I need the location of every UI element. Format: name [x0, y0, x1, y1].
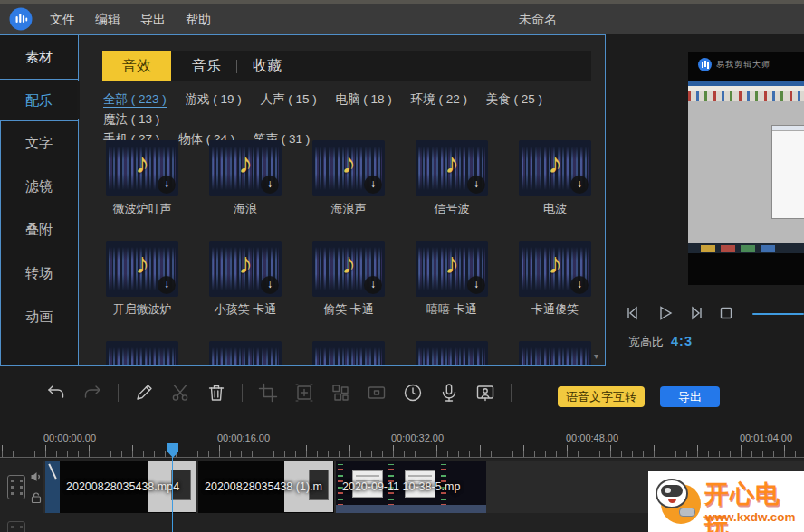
sidebar-item-filters[interactable]: 滤镜: [0, 165, 78, 208]
panel-border-line: [0, 120, 1, 366]
video-preview[interactable]: 易我剪辑大师: [688, 52, 804, 285]
delete-trash-icon[interactable]: [206, 382, 227, 404]
aspect-ratio-value[interactable]: 4:3: [671, 334, 693, 348]
menu-file[interactable]: 文件: [40, 4, 85, 34]
sound-name: 嘻嘻 卡通: [416, 301, 488, 318]
sound-grid: ♪↓ 微波炉叮声 ♪↓ 海浪 ♪↓ 海浪声 ♪↓ 信号波 ♪↓ 电波 ♪↓ 开启…: [106, 140, 591, 366]
sound-tile-partial[interactable]: [312, 341, 385, 366]
sound-tile-partial[interactable]: [209, 341, 282, 366]
tab-favorites[interactable]: 收藏: [237, 51, 297, 81]
toolbar-separator: [118, 384, 119, 402]
video-editor-window: 文件 编辑 导出 帮助 未命名 素材 配乐 文字 滤镜 叠附 转场 动画 音效 …: [0, 0, 804, 532]
tab-music[interactable]: 音乐: [177, 51, 236, 81]
mosaic-icon[interactable]: [330, 382, 351, 404]
stop-button[interactable]: [717, 304, 735, 322]
step-back-button[interactable]: [625, 304, 643, 322]
sound-tile[interactable]: ♪↓ 嘻嘻 卡通: [416, 241, 488, 318]
redo-icon[interactable]: [81, 382, 103, 404]
sidebar-item-text[interactable]: 文字: [0, 121, 78, 165]
sound-tile[interactable]: ♪↓ 卡通傻笑: [519, 241, 591, 318]
sound-tile[interactable]: ♪↓ 小孩笑 卡通: [209, 241, 282, 318]
sound-tile[interactable]: ♪↓ 微波炉叮声: [106, 140, 178, 217]
category-computer[interactable]: 电脑 ( 18 ): [336, 92, 392, 106]
clip-filename: 20200828035438 (1).m: [205, 480, 322, 493]
category-game[interactable]: 游戏 ( 19 ): [186, 92, 242, 106]
duration-clock-icon[interactable]: [402, 382, 424, 404]
sound-tile[interactable]: ♪↓ 信号波: [416, 140, 488, 217]
step-forward-button[interactable]: [686, 304, 704, 322]
sound-tile[interactable]: ♪↓ 开启微波炉: [106, 241, 178, 318]
split-scissors-icon[interactable]: [169, 382, 191, 404]
crop-icon[interactable]: [257, 382, 279, 404]
aspect-ratio-label: 宽高比: [628, 335, 664, 348]
clip-trim-handle[interactable]: [45, 461, 60, 513]
sidebar-item-media[interactable]: 素材: [0, 34, 78, 80]
site-watermark: 开心电玩 www.kxdw.com: [648, 471, 804, 532]
voiceover-mic-icon[interactable]: [438, 382, 460, 404]
waveform-art: [522, 347, 589, 366]
download-icon[interactable]: ↓: [364, 176, 382, 194]
panel-border-line: [0, 79, 79, 80]
download-icon[interactable]: ↓: [570, 176, 589, 194]
sound-tile[interactable]: ♪↓ 海浪: [209, 140, 282, 217]
menu-edit[interactable]: 编辑: [85, 4, 130, 34]
download-icon[interactable]: ↓: [261, 176, 279, 194]
category-magic[interactable]: 魔法 ( 13 ): [103, 112, 159, 126]
timeline-ruler[interactable]: 00:00:00.00 00:00:16.00 00:00:32.00 00:0…: [0, 420, 804, 458]
sidebar-item-transitions[interactable]: 转场: [0, 252, 78, 295]
timeline-clip[interactable]: 2020-09-11 10-38-5.mp: [336, 461, 486, 513]
mute-track-icon[interactable]: [30, 470, 43, 483]
clip-footer: [336, 505, 486, 513]
sound-tile[interactable]: ♪↓ 偷笑 卡通: [312, 241, 385, 318]
video-track-icon: [7, 475, 25, 499]
sound-tile-partial[interactable]: [106, 341, 178, 366]
menu-export[interactable]: 导出: [130, 4, 176, 34]
waveform-art: [109, 347, 176, 366]
sound-name: 海浪: [209, 201, 282, 217]
sound-name: 开启微波炉: [106, 301, 178, 318]
category-voice[interactable]: 人声 ( 15 ): [261, 92, 317, 106]
export-button[interactable]: 导出: [660, 386, 720, 407]
site-url: www.kxdw.com: [705, 510, 796, 524]
play-button[interactable]: [656, 304, 674, 322]
download-icon[interactable]: ↓: [570, 276, 589, 294]
download-icon[interactable]: ↓: [467, 276, 485, 294]
tab-sound-effects[interactable]: 音效: [102, 51, 171, 81]
sidebar: 素材 配乐 文字 滤镜 叠附 转场 动画: [0, 34, 78, 366]
timeline-clip[interactable]: 20200828035438 (1).m: [198, 461, 334, 513]
lock-track-icon[interactable]: [30, 491, 43, 504]
undo-icon[interactable]: [45, 382, 67, 404]
scroll-down-icon[interactable]: ▾: [594, 351, 598, 361]
site-name: 开心电玩: [704, 478, 804, 532]
category-food[interactable]: 美食 ( 25 ): [486, 92, 542, 106]
download-icon[interactable]: ↓: [261, 276, 279, 294]
ruler-timestamp: 00:01:04.00: [740, 432, 792, 443]
sound-tile-partial[interactable]: [416, 341, 488, 366]
category-environment[interactable]: 环境 ( 22 ): [411, 92, 467, 106]
zoom-frame-icon[interactable]: [293, 382, 315, 404]
sidebar-item-overlays[interactable]: 叠附: [0, 208, 78, 252]
sound-tile-partial[interactable]: [519, 341, 591, 366]
preview-progress-slider[interactable]: [752, 313, 804, 315]
download-icon[interactable]: ↓: [158, 176, 176, 194]
sidebar-item-animation[interactable]: 动画: [0, 295, 78, 338]
toolbar-separator: [511, 384, 512, 402]
edit-pencil-icon[interactable]: [133, 382, 155, 404]
mascot-icon: [656, 477, 703, 527]
ruler-timestamp: 00:00:48.00: [566, 432, 618, 443]
timeline-clip[interactable]: 20200828035438.mp4: [60, 461, 196, 513]
freeze-frame-icon[interactable]: [366, 382, 388, 404]
speech-text-convert-button[interactable]: 语音文字互转: [558, 386, 645, 407]
sound-tile[interactable]: ♪↓ 海浪声: [312, 140, 385, 217]
download-icon[interactable]: ↓: [467, 176, 485, 194]
sidebar-item-music[interactable]: 配乐: [0, 80, 78, 121]
download-icon[interactable]: ↓: [364, 276, 382, 294]
chroma-portrait-icon[interactable]: [474, 382, 496, 404]
menu-bar: 文件 编辑 导出 帮助 未命名: [0, 4, 804, 34]
menu-help[interactable]: 帮助: [176, 4, 221, 34]
sound-tile[interactable]: ♪↓ 电波: [519, 140, 591, 217]
download-icon[interactable]: ↓: [158, 276, 176, 294]
video-watermark: 易我剪辑大师: [698, 58, 770, 71]
panel-border-line: [0, 365, 79, 366]
category-all[interactable]: 全部 ( 223 ): [103, 92, 167, 108]
